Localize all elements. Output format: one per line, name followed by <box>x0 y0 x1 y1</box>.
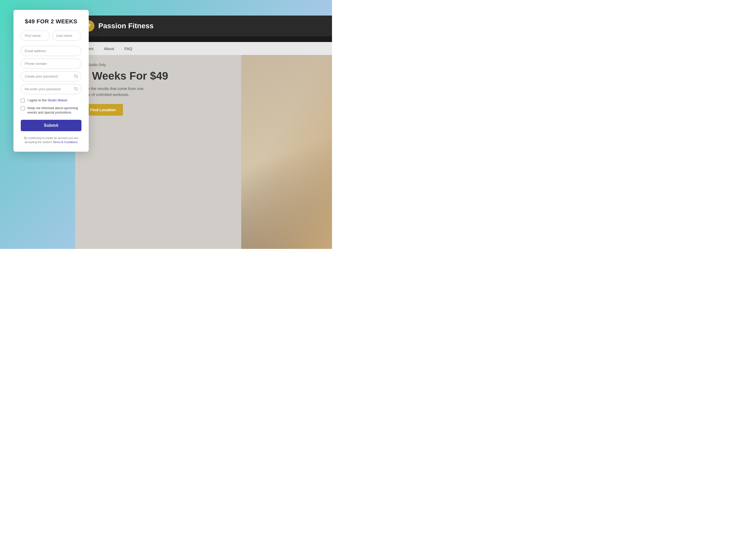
form-title: $49 FOR 2 WEEKS <box>21 18 81 25</box>
email-input[interactable] <box>21 46 81 56</box>
nav-item-faq[interactable]: FAQ <box>125 46 132 51</box>
black-bar <box>75 36 332 42</box>
nav-item-about[interactable]: About <box>104 46 114 51</box>
site-header: P Passion Fitness <box>75 16 332 36</box>
waiver-checkbox[interactable] <box>21 99 25 103</box>
in-studio-badge: In Studio Only <box>83 63 233 67</box>
promo-heading: 2 Weeks For $49 <box>83 70 233 82</box>
password-field <box>21 71 81 81</box>
submit-button[interactable]: Submit <box>21 120 81 131</box>
password-input[interactable] <box>21 71 81 81</box>
content-right <box>241 55 332 249</box>
site-nav: Offers About FAQ <box>75 42 332 55</box>
waiver-checkbox-row: I agree to the Studio Waiver <box>21 98 81 103</box>
promo-description: See the results that come from one year … <box>83 86 150 98</box>
terms-conditions-link[interactable]: Terms & Conditions <box>53 140 77 144</box>
email-field <box>21 46 81 56</box>
name-row <box>21 31 81 43</box>
waiver-label: I agree to the Studio Waiver <box>27 98 68 103</box>
content-left: In Studio Only 2 Weeks For $49 See the r… <box>75 55 241 249</box>
first-name-field <box>21 31 50 41</box>
site-name: Passion Fitness <box>98 22 154 30</box>
first-name-input[interactable] <box>21 31 50 41</box>
find-location-button[interactable]: Find Location <box>83 104 123 116</box>
last-name-input[interactable] <box>52 31 81 41</box>
promotions-checkbox[interactable] <box>21 106 25 110</box>
last-name-field <box>52 31 81 41</box>
website-background: P Passion Fitness Offers About FAQ In St… <box>75 16 332 249</box>
promotions-label: Keep me informed about upcoming events a… <box>27 106 81 115</box>
site-content: In Studio Only 2 Weeks For $49 See the r… <box>75 55 332 249</box>
reenter-password-toggle-icon[interactable] <box>74 87 78 91</box>
signup-form-card: $49 FOR 2 WEEKS <box>14 10 89 152</box>
terms-text: By continuing to create an account you a… <box>21 136 81 144</box>
reenter-password-input[interactable] <box>21 84 81 94</box>
promotions-checkbox-row: Keep me informed about upcoming events a… <box>21 106 81 115</box>
phone-input[interactable] <box>21 59 81 69</box>
studio-waiver-link[interactable]: Studio Waiver <box>48 99 68 102</box>
fitness-image <box>241 55 332 249</box>
checkboxes-section: I agree to the Studio Waiver Keep me inf… <box>21 98 81 115</box>
password-toggle-icon[interactable] <box>74 74 78 79</box>
reenter-password-field <box>21 84 81 94</box>
phone-field <box>21 59 81 69</box>
